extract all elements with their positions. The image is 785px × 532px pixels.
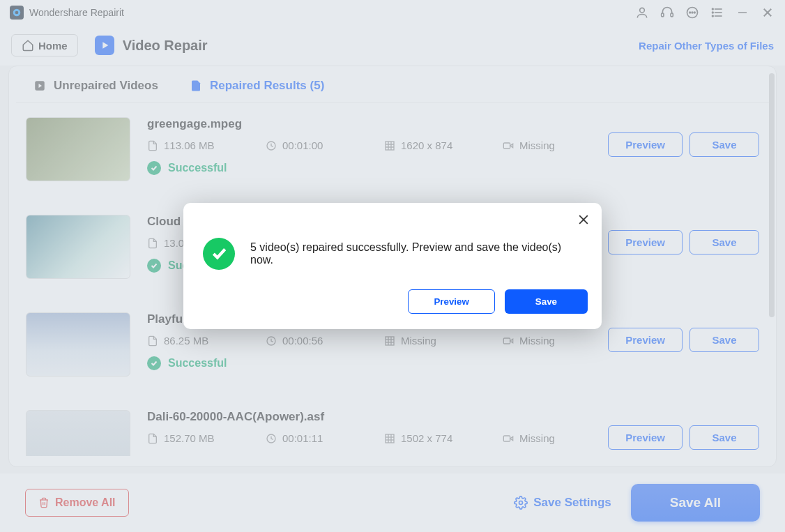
dialog-save-button[interactable]: Save xyxy=(505,289,588,314)
dialog-message: 5 video(s) repaired successfully. Previe… xyxy=(250,241,582,266)
modal-overlay: 5 video(s) repaired successfully. Previe… xyxy=(0,0,785,532)
success-dialog: 5 video(s) repaired successfully. Previe… xyxy=(183,203,602,329)
success-check-icon xyxy=(203,238,235,270)
dialog-close-icon[interactable] xyxy=(577,213,590,229)
dialog-preview-button[interactable]: Preview xyxy=(408,289,494,314)
